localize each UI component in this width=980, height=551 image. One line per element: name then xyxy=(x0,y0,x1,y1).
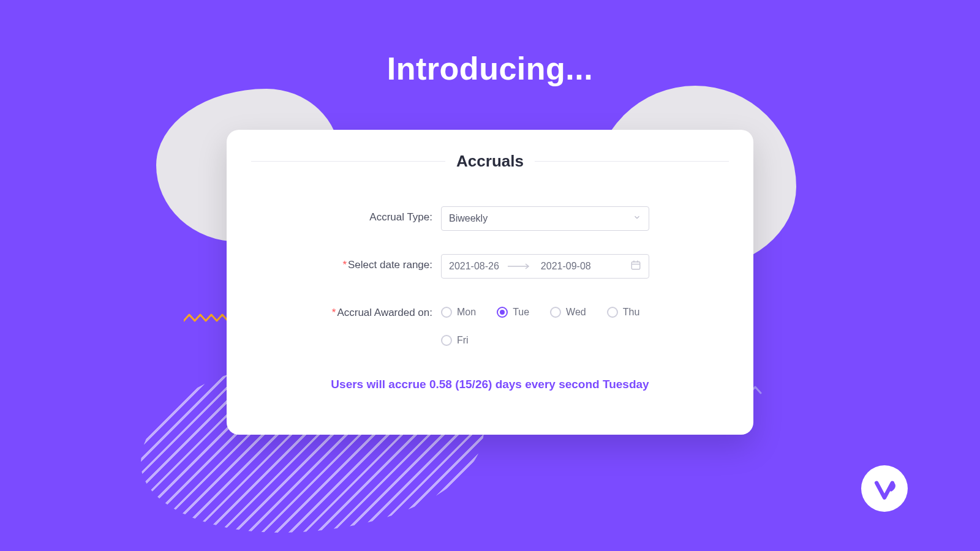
section-title: Accruals xyxy=(456,152,524,171)
label-accrual-type: Accrual Type: xyxy=(251,206,441,223)
date-range-end: 2021-09-08 xyxy=(541,261,591,272)
radio-circle-icon xyxy=(550,307,561,318)
radio-tue[interactable]: Tue xyxy=(497,307,529,318)
section-title-row: Accruals xyxy=(251,152,729,171)
chevron-down-icon xyxy=(633,213,641,224)
date-range-start: 2021-08-26 xyxy=(449,261,499,272)
radio-label: Fri xyxy=(457,335,469,346)
radio-label: Wed xyxy=(566,307,586,318)
accrual-summary-text: Users will accrue 0.58 (15/26) days ever… xyxy=(251,378,729,391)
required-mark: * xyxy=(342,259,347,271)
radio-wed[interactable]: Wed xyxy=(550,307,586,318)
page-heading: Introducing... xyxy=(0,50,980,87)
radio-thu[interactable]: Thu xyxy=(607,307,640,318)
label-awarded-on: *Accrual Awarded on: xyxy=(251,302,441,319)
divider xyxy=(535,161,729,162)
accrual-type-select[interactable]: Biweekly xyxy=(441,206,649,231)
row-awarded-on: *Accrual Awarded on: MonTueWedThuFri xyxy=(251,302,729,346)
radio-label: Mon xyxy=(457,307,476,318)
awarded-on-radio-group: MonTueWedThuFri xyxy=(441,302,674,346)
accruals-card: Accruals Accrual Type: Biweekly xyxy=(227,130,753,435)
row-accrual-type: Accrual Type: Biweekly xyxy=(251,206,729,231)
radio-mon[interactable]: Mon xyxy=(441,307,476,318)
radio-circle-icon xyxy=(497,307,508,318)
required-mark: * xyxy=(332,307,336,318)
brand-logo-badge xyxy=(861,465,908,512)
arrow-right-icon xyxy=(508,261,532,272)
label-date-range: *Select date range: xyxy=(251,254,441,271)
accruals-form: Accrual Type: Biweekly *Select date rang… xyxy=(251,206,729,346)
brand-logo-icon xyxy=(871,475,898,502)
accrual-type-value: Biweekly xyxy=(449,213,488,224)
radio-circle-icon xyxy=(441,335,452,346)
svg-rect-1 xyxy=(631,262,640,269)
date-range-picker[interactable]: 2021-08-26 2021-09-08 xyxy=(441,254,649,279)
divider xyxy=(251,161,445,162)
promo-stage: Introducing... Accruals Accrual Type: Bi… xyxy=(0,0,980,551)
radio-label: Thu xyxy=(623,307,640,318)
radio-fri[interactable]: Fri xyxy=(441,335,469,346)
radio-circle-icon xyxy=(607,307,618,318)
calendar-icon xyxy=(630,260,641,273)
radio-label: Tue xyxy=(513,307,529,318)
radio-circle-icon xyxy=(441,307,452,318)
row-date-range: *Select date range: 2021-08-26 2021-09-0… xyxy=(251,254,729,279)
